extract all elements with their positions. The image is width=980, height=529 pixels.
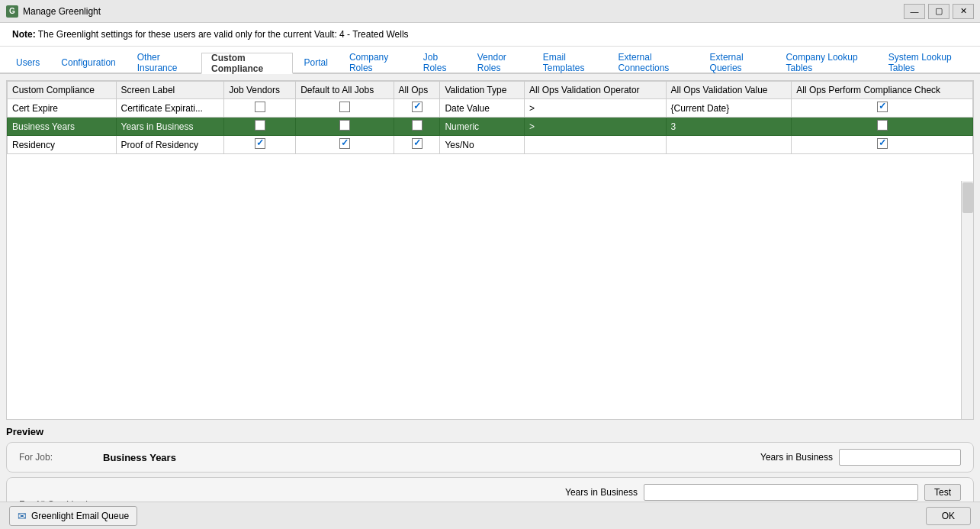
minimize-button[interactable]: —	[904, 4, 925, 19]
data-cell: >	[525, 99, 666, 118]
col-header-validation-value: All Ops Validation Value	[666, 82, 792, 99]
tab-company-roles[interactable]: Company Roles	[339, 51, 412, 73]
bottom-bar: ✉ Greenlight Email Queue OK	[0, 502, 980, 529]
table-row[interactable]: Business YearsYears in BusinessNumeric>3	[8, 118, 973, 136]
checkbox-cell[interactable]	[792, 136, 973, 154]
data-cell: Business Years	[8, 118, 117, 136]
checkbox[interactable]	[877, 102, 888, 112]
tab-external-queries[interactable]: External Queries	[700, 51, 775, 73]
checkbox-cell[interactable]	[296, 118, 394, 136]
checkbox-cell[interactable]	[224, 99, 296, 118]
checkbox[interactable]	[255, 138, 265, 149]
table-row[interactable]: ResidencyProof of ResidencyYes/No	[8, 136, 973, 154]
col-header-job-vendors: Job Vendors	[224, 82, 296, 99]
checkbox-cell[interactable]	[394, 99, 440, 118]
tab-custom-compliance[interactable]: Custom Compliance	[201, 53, 293, 74]
col-header-validation-type: Validation Type	[440, 82, 525, 99]
scrollbar-track[interactable]	[961, 181, 973, 420]
data-cell: Numeric	[440, 118, 525, 136]
data-cell: Date Value	[440, 99, 525, 118]
for-job-value: Business Years	[103, 452, 760, 463]
data-cell: Cert Expire	[8, 99, 117, 118]
ok-button[interactable]: OK	[926, 507, 971, 525]
test-button[interactable]: Test	[924, 484, 961, 501]
table-row[interactable]: Cert ExpireCertificate Expirati...Date V…	[8, 99, 973, 118]
checkbox[interactable]	[255, 102, 265, 112]
preview-title: Preview	[6, 426, 974, 437]
tab-vendor-roles[interactable]: Vendor Roles	[468, 51, 532, 73]
col-header-validation-operator: All Ops Validation Operator	[525, 82, 666, 99]
checkbox-cell[interactable]	[296, 136, 394, 154]
note-text: The Greenlight settings for these users …	[36, 29, 409, 40]
data-cell: Certificate Expirati...	[116, 99, 224, 118]
scrollbar-thumb[interactable]	[962, 182, 973, 213]
tab-company-lookup-tables[interactable]: Company Lookup Tables	[776, 51, 877, 73]
tab-email-templates[interactable]: Email Templates	[533, 51, 607, 73]
col-header-custom-compliance: Custom Compliance	[8, 82, 117, 99]
col-header-default-all-jobs: Default to All Jobs	[296, 82, 394, 99]
for-all-ops-input[interactable]	[644, 484, 918, 501]
checkbox-cell[interactable]	[792, 99, 973, 118]
checkbox-cell[interactable]	[224, 136, 296, 154]
checkbox[interactable]	[412, 120, 423, 131]
email-queue-button[interactable]: ✉ Greenlight Email Queue	[9, 506, 137, 526]
col-header-screen-label: Screen Label	[116, 82, 224, 99]
checkbox[interactable]	[412, 138, 423, 149]
data-cell	[525, 136, 666, 154]
note-prefix: Note:	[12, 29, 36, 40]
data-cell: >	[525, 118, 666, 136]
for-job-card: For Job: Business Years Years in Busines…	[6, 442, 974, 473]
email-icon: ✉	[18, 510, 27, 522]
checkbox[interactable]	[339, 102, 350, 112]
for-job-field-label: Years in Business	[760, 452, 833, 463]
main-content: Custom ComplianceScreen LabelJob Vendors…	[6, 80, 974, 420]
data-cell	[666, 136, 792, 154]
tab-portal[interactable]: Portal	[294, 51, 338, 73]
for-all-ops-field-label: Years in Business	[565, 487, 638, 498]
data-cell: Years in Business	[116, 118, 224, 136]
tab-job-roles[interactable]: Job Roles	[413, 51, 466, 73]
tab-configuration[interactable]: Configuration	[51, 51, 125, 73]
close-button[interactable]: ✕	[953, 4, 974, 19]
checkbox[interactable]	[255, 120, 265, 131]
app-icon: G	[6, 5, 18, 18]
data-cell: Proof of Residency	[116, 136, 224, 154]
checkbox[interactable]	[339, 120, 350, 131]
tab-system-lookup-tables[interactable]: System Lookup Tables	[879, 51, 972, 73]
for-job-input[interactable]	[839, 449, 961, 466]
tab-users[interactable]: Users	[6, 51, 50, 73]
data-cell: {Current Date}	[666, 99, 792, 118]
checkbox[interactable]	[877, 138, 888, 149]
col-header-compliance-check: All Ops Perform Compliance Check	[792, 82, 973, 99]
title-bar: G Manage Greenlight — ▢ ✕	[0, 0, 980, 23]
checkbox-cell[interactable]	[296, 99, 394, 118]
title-bar-controls: — ▢ ✕	[904, 4, 974, 19]
col-header-all-ops: All Ops	[394, 82, 440, 99]
checkbox[interactable]	[877, 120, 888, 131]
checkbox-cell[interactable]	[394, 136, 440, 154]
tab-external-connections[interactable]: External Connections	[609, 51, 699, 73]
tab-bar: UsersConfigurationOther InsuranceCustom …	[0, 47, 980, 74]
for-job-label: For Job:	[19, 452, 103, 463]
data-cell: 3	[666, 118, 792, 136]
checkbox-cell[interactable]	[792, 118, 973, 136]
note-bar: Note: The Greenlight settings for these …	[0, 23, 980, 47]
data-table: Custom ComplianceScreen LabelJob Vendors…	[7, 81, 973, 154]
maximize-button[interactable]: ▢	[928, 4, 949, 19]
checkbox-cell[interactable]	[224, 118, 296, 136]
checkbox-cell[interactable]	[394, 118, 440, 136]
email-queue-label: Greenlight Email Queue	[31, 511, 129, 521]
tab-other-insurance[interactable]: Other Insurance	[127, 51, 200, 73]
title-bar-title: Manage Greenlight	[23, 6, 101, 17]
data-cell: Yes/No	[440, 136, 525, 154]
checkbox[interactable]	[339, 138, 350, 149]
data-cell: Residency	[8, 136, 117, 154]
checkbox[interactable]	[412, 102, 423, 112]
